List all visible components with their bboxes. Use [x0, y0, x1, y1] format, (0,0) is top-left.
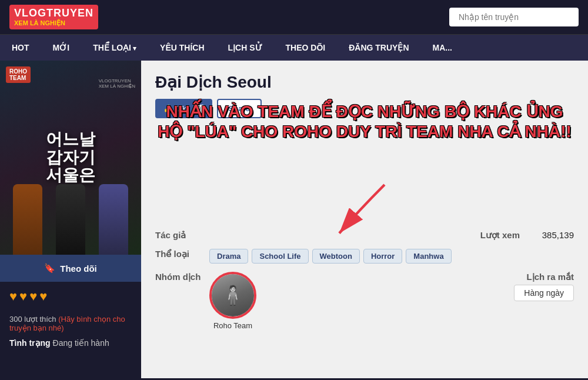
logo[interactable]: VLOGTRUYEN XEM LÀ NGHIỆN: [9, 5, 98, 29]
nav-yeuthich[interactable]: YÊU THÍCH: [148, 35, 216, 61]
nav-dangtruyen[interactable]: ĐĂNG TRUYỆN: [337, 35, 420, 61]
genre-webtoon[interactable]: Webtoon: [312, 249, 360, 264]
cover-roho-label: ROHOTEAM: [6, 66, 31, 83]
cover-placeholder: ROHOTEAM VLOGTRUYENXEM LÀ NGHIỆN 어느날갑자기서…: [0, 61, 141, 255]
translator-row: Nhóm dịch 🧍 Roho Team Lịch ra mắt Hàn: [155, 272, 574, 330]
cover-characters: [0, 137, 141, 255]
like-label: Like: [176, 104, 191, 113]
status-row: Tình trạng Đang tiến hành: [0, 332, 141, 354]
char3: [99, 184, 128, 255]
nav-theloai[interactable]: THỂ LOẠI: [81, 35, 148, 61]
translator-label: Nhóm dịch: [155, 272, 202, 282]
schedule-badge: Hàng ngày: [514, 285, 574, 301]
heart-icon-2[interactable]: ♥: [19, 289, 27, 304]
logo-sub-text: XEM LÀ NGHIỆN: [14, 19, 93, 27]
genre-tags: Drama School Life Webtoon Horror Manhwa: [209, 249, 452, 264]
nav-lichsu[interactable]: LỊCH SỬ: [216, 35, 274, 61]
genre-school[interactable]: School Life: [252, 249, 308, 264]
nav-hot[interactable]: HOT: [0, 35, 41, 61]
team-avatar-wrapper[interactable]: 🧍 Roho Team: [209, 272, 256, 330]
char2: [56, 184, 85, 255]
status-value: Đang tiến hành: [53, 338, 109, 348]
cover-image: ROHOTEAM VLOGTRUYENXEM LÀ NGHIỆN 어느날갑자기서…: [0, 61, 141, 255]
genre-label: Thể loại: [155, 249, 202, 259]
nav-moi[interactable]: MỚI: [41, 35, 82, 61]
author-row: Tác giả Lượt xem 385,139: [155, 230, 574, 241]
status-label: Tình trạng: [9, 338, 51, 348]
team-char-icon: 🧍: [221, 284, 245, 306]
team-circle: 🧍: [209, 272, 256, 319]
follow-button[interactable]: Theo dõi: [0, 255, 141, 282]
like-thumb-icon: 👍: [163, 104, 173, 113]
like-count: 0: [194, 105, 204, 113]
search-input[interactable]: [449, 8, 579, 26]
action-row: 👍 Like 0 Share: [155, 99, 574, 118]
share-button[interactable]: Share: [217, 99, 262, 118]
genre-row: Thể loại Drama School Life Webtoon Horro…: [155, 249, 574, 264]
rating-row: ♥ ♥ ♥ ♥: [0, 282, 141, 311]
main-content: ROHOTEAM VLOGTRUYENXEM LÀ NGHIỆN 어느날갑자기서…: [0, 61, 588, 378]
heart-icon-3[interactable]: ♥: [29, 289, 37, 304]
heart-icon-1[interactable]: ♥: [9, 289, 17, 304]
views-label: Lượt xem: [461, 230, 520, 241]
rating-count: 300 lượt thích (Hãy bình chọn cho truyện…: [0, 315, 141, 332]
promo-text-line2: HỘ "LÚA" CHO ROHO DUY TRÌ TEAM NHA CẢ NH…: [153, 122, 576, 142]
nav-theodoi[interactable]: THEO DÕI: [274, 35, 338, 61]
team-section: 🧍 Roho Team: [209, 272, 256, 330]
team-circle-inner: 🧍: [212, 274, 254, 316]
genre-drama[interactable]: Drama: [209, 249, 248, 264]
char1: [13, 184, 42, 255]
right-panel: Đại Dịch Seoul 👍 Like 0 Share NHẤN VÀO T…: [141, 61, 588, 378]
left-panel: ROHOTEAM VLOGTRUYENXEM LÀ NGHIỆN 어느날갑자기서…: [0, 61, 141, 378]
manga-title: Đại Dịch Seoul: [155, 72, 574, 92]
genre-manhwa[interactable]: Manhwa: [406, 249, 451, 264]
author-label: Tác giả: [155, 230, 202, 241]
nav-more[interactable]: MA...: [421, 35, 464, 61]
heart-icon-4[interactable]: ♥: [39, 289, 47, 304]
schedule-label: Lịch ra mắt: [514, 272, 574, 282]
navbar: HOT MỚI THỂ LOẠI YÊU THÍCH LỊCH SỬ THEO …: [0, 35, 588, 61]
team-name: Roho Team: [209, 321, 256, 330]
cover-vlog-label: VLOGTRUYENXEM LÀ NGHIỆN: [99, 78, 135, 89]
like-button[interactable]: 👍 Like 0: [155, 99, 212, 118]
logo-main-text: VLOGTRUYEN: [14, 7, 93, 19]
genre-horror[interactable]: Horror: [363, 249, 402, 264]
logo-box: VLOGTRUYEN XEM LÀ NGHIỆN: [9, 5, 98, 29]
views-count: 385,139: [527, 230, 574, 240]
header: VLOGTRUYEN XEM LÀ NGHIỆN: [0, 0, 588, 35]
